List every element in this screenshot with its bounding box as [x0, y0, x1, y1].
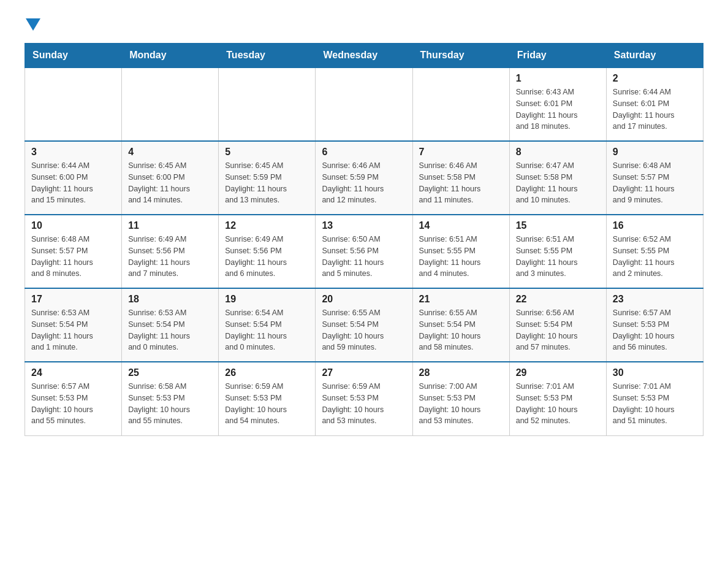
day-info: Sunrise: 6:49 AMSunset: 5:56 PMDaylight:… [128, 234, 212, 280]
weekday-header-tuesday: Tuesday [219, 44, 316, 68]
day-number: 6 [322, 147, 406, 158]
calendar-week-row: 3Sunrise: 6:44 AMSunset: 6:00 PMDaylight… [25, 141, 703, 215]
calendar-cell: 13Sunrise: 6:50 AMSunset: 5:56 PMDayligh… [316, 215, 412, 288]
calendar-cell [412, 67, 509, 141]
weekday-header-saturday: Saturday [606, 44, 703, 68]
calendar-cell: 24Sunrise: 6:57 AMSunset: 5:53 PMDayligh… [25, 362, 122, 435]
calendar-week-row: 10Sunrise: 6:48 AMSunset: 5:57 PMDayligh… [25, 215, 703, 288]
day-number: 17 [31, 294, 115, 305]
day-info: Sunrise: 6:57 AMSunset: 5:53 PMDaylight:… [31, 381, 115, 427]
logo [25, 18, 40, 31]
day-number: 30 [613, 367, 697, 378]
day-info: Sunrise: 6:44 AMSunset: 6:01 PMDaylight:… [613, 86, 697, 132]
day-number: 19 [225, 294, 309, 305]
day-info: Sunrise: 6:47 AMSunset: 5:58 PMDaylight:… [516, 160, 600, 206]
calendar-cell: 16Sunrise: 6:52 AMSunset: 5:55 PMDayligh… [606, 215, 703, 288]
day-number: 15 [516, 220, 600, 231]
weekday-header-thursday: Thursday [412, 44, 509, 68]
calendar-cell [122, 67, 219, 141]
calendar-cell: 12Sunrise: 6:49 AMSunset: 5:56 PMDayligh… [219, 215, 316, 288]
calendar-cell: 27Sunrise: 6:59 AMSunset: 5:53 PMDayligh… [316, 362, 412, 435]
day-info: Sunrise: 6:49 AMSunset: 5:56 PMDaylight:… [225, 234, 309, 280]
calendar-cell: 14Sunrise: 6:51 AMSunset: 5:55 PMDayligh… [412, 215, 509, 288]
calendar-week-row: 17Sunrise: 6:53 AMSunset: 5:54 PMDayligh… [25, 288, 703, 362]
day-number: 13 [322, 220, 406, 231]
day-info: Sunrise: 7:01 AMSunset: 5:53 PMDaylight:… [516, 381, 600, 427]
day-number: 16 [613, 220, 697, 231]
day-number: 22 [516, 294, 600, 305]
weekday-header-monday: Monday [122, 44, 219, 68]
calendar-cell: 17Sunrise: 6:53 AMSunset: 5:54 PMDayligh… [25, 288, 122, 362]
calendar-cell: 10Sunrise: 6:48 AMSunset: 5:57 PMDayligh… [25, 215, 122, 288]
day-info: Sunrise: 6:45 AMSunset: 6:00 PMDaylight:… [128, 160, 212, 206]
day-info: Sunrise: 6:50 AMSunset: 5:56 PMDaylight:… [322, 234, 406, 280]
day-info: Sunrise: 6:46 AMSunset: 5:59 PMDaylight:… [322, 160, 406, 206]
day-number: 2 [613, 73, 697, 84]
day-number: 24 [31, 367, 115, 378]
day-info: Sunrise: 6:44 AMSunset: 6:00 PMDaylight:… [31, 160, 115, 206]
calendar-cell: 20Sunrise: 6:55 AMSunset: 5:54 PMDayligh… [316, 288, 412, 362]
calendar-cell: 7Sunrise: 6:46 AMSunset: 5:58 PMDaylight… [412, 141, 509, 215]
calendar-cell: 26Sunrise: 6:59 AMSunset: 5:53 PMDayligh… [219, 362, 316, 435]
page-header [25, 18, 703, 31]
calendar-week-row: 24Sunrise: 6:57 AMSunset: 5:53 PMDayligh… [25, 362, 703, 435]
weekday-header-wednesday: Wednesday [316, 44, 412, 68]
day-number: 3 [31, 147, 115, 158]
calendar-cell: 5Sunrise: 6:45 AMSunset: 5:59 PMDaylight… [219, 141, 316, 215]
day-info: Sunrise: 6:53 AMSunset: 5:54 PMDaylight:… [128, 307, 212, 353]
calendar-cell: 3Sunrise: 6:44 AMSunset: 6:00 PMDaylight… [25, 141, 122, 215]
day-info: Sunrise: 6:56 AMSunset: 5:54 PMDaylight:… [516, 307, 600, 353]
calendar-week-row: 1Sunrise: 6:43 AMSunset: 6:01 PMDaylight… [25, 67, 703, 141]
calendar-cell [219, 67, 316, 141]
day-info: Sunrise: 6:57 AMSunset: 5:53 PMDaylight:… [613, 307, 697, 353]
calendar-cell: 11Sunrise: 6:49 AMSunset: 5:56 PMDayligh… [122, 215, 219, 288]
day-info: Sunrise: 6:55 AMSunset: 5:54 PMDaylight:… [419, 307, 503, 353]
calendar-cell: 6Sunrise: 6:46 AMSunset: 5:59 PMDaylight… [316, 141, 412, 215]
day-info: Sunrise: 6:45 AMSunset: 5:59 PMDaylight:… [225, 160, 309, 206]
day-number: 28 [419, 367, 503, 378]
weekday-header-row: SundayMondayTuesdayWednesdayThursdayFrid… [25, 44, 703, 68]
day-number: 1 [516, 73, 600, 84]
day-number: 18 [128, 294, 212, 305]
calendar-table: SundayMondayTuesdayWednesdayThursdayFrid… [25, 43, 703, 436]
calendar-cell: 1Sunrise: 6:43 AMSunset: 6:01 PMDaylight… [509, 67, 606, 141]
day-number: 25 [128, 367, 212, 378]
day-info: Sunrise: 6:53 AMSunset: 5:54 PMDaylight:… [31, 307, 115, 353]
day-info: Sunrise: 7:01 AMSunset: 5:53 PMDaylight:… [613, 381, 697, 427]
day-number: 10 [31, 220, 115, 231]
day-info: Sunrise: 6:51 AMSunset: 5:55 PMDaylight:… [419, 234, 503, 280]
day-info: Sunrise: 6:54 AMSunset: 5:54 PMDaylight:… [225, 307, 309, 353]
day-info: Sunrise: 6:51 AMSunset: 5:55 PMDaylight:… [516, 234, 600, 280]
day-number: 8 [516, 147, 600, 158]
day-number: 5 [225, 147, 309, 158]
day-info: Sunrise: 7:00 AMSunset: 5:53 PMDaylight:… [419, 381, 503, 427]
calendar-cell: 4Sunrise: 6:45 AMSunset: 6:00 PMDaylight… [122, 141, 219, 215]
day-number: 23 [613, 294, 697, 305]
day-number: 20 [322, 294, 406, 305]
calendar-cell [316, 67, 412, 141]
day-info: Sunrise: 6:59 AMSunset: 5:53 PMDaylight:… [322, 381, 406, 427]
day-number: 29 [516, 367, 600, 378]
day-info: Sunrise: 6:58 AMSunset: 5:53 PMDaylight:… [128, 381, 212, 427]
calendar-cell: 8Sunrise: 6:47 AMSunset: 5:58 PMDaylight… [509, 141, 606, 215]
calendar-cell [25, 67, 122, 141]
weekday-header-sunday: Sunday [25, 44, 122, 68]
calendar-cell: 21Sunrise: 6:55 AMSunset: 5:54 PMDayligh… [412, 288, 509, 362]
calendar-cell: 19Sunrise: 6:54 AMSunset: 5:54 PMDayligh… [219, 288, 316, 362]
logo-triangle-icon [26, 18, 40, 31]
day-number: 26 [225, 367, 309, 378]
calendar-cell: 25Sunrise: 6:58 AMSunset: 5:53 PMDayligh… [122, 362, 219, 435]
calendar-cell: 23Sunrise: 6:57 AMSunset: 5:53 PMDayligh… [606, 288, 703, 362]
day-info: Sunrise: 6:52 AMSunset: 5:55 PMDaylight:… [613, 234, 697, 280]
day-number: 27 [322, 367, 406, 378]
day-number: 9 [613, 147, 697, 158]
day-number: 21 [419, 294, 503, 305]
day-info: Sunrise: 6:46 AMSunset: 5:58 PMDaylight:… [419, 160, 503, 206]
day-info: Sunrise: 6:55 AMSunset: 5:54 PMDaylight:… [322, 307, 406, 353]
day-number: 11 [128, 220, 212, 231]
day-info: Sunrise: 6:43 AMSunset: 6:01 PMDaylight:… [516, 86, 600, 132]
calendar-cell: 30Sunrise: 7:01 AMSunset: 5:53 PMDayligh… [606, 362, 703, 435]
calendar-cell: 18Sunrise: 6:53 AMSunset: 5:54 PMDayligh… [122, 288, 219, 362]
day-info: Sunrise: 6:48 AMSunset: 5:57 PMDaylight:… [613, 160, 697, 206]
calendar-cell: 28Sunrise: 7:00 AMSunset: 5:53 PMDayligh… [412, 362, 509, 435]
